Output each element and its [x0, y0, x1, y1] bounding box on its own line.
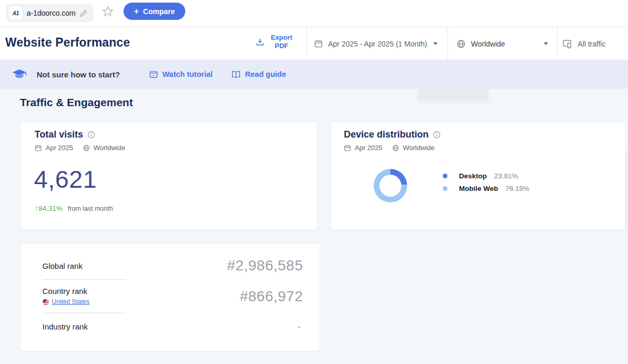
mobile-dot-icon — [443, 186, 447, 191]
divider — [42, 313, 126, 313]
globe-icon — [456, 39, 466, 49]
card-title: Total visits — [35, 129, 83, 140]
read-guide-link[interactable]: Read guide — [231, 70, 286, 79]
us-flag-icon — [42, 299, 49, 305]
info-icon[interactable] — [87, 131, 95, 139]
watch-tutorial-link[interactable]: Watch tutorial — [149, 70, 212, 79]
calendar-icon — [344, 144, 351, 152]
website-performance-page: A1 a-1doorco.com + Compare Website Perfo… — [0, 0, 628, 364]
calendar-icon — [314, 39, 323, 48]
divider — [42, 279, 126, 280]
card-meta: Apr 2025 Worldwide — [344, 144, 434, 152]
domain-chip[interactable]: A1 a-1doorco.com — [6, 4, 93, 22]
region-selector[interactable]: Worldwide — [456, 28, 561, 60]
change-caption: from last month — [68, 205, 113, 212]
globe-icon — [392, 144, 399, 152]
global-rank-value: #2,986,585 — [227, 257, 303, 274]
section-title: Traffic & Engagement — [20, 96, 133, 109]
industry-rank-label: Industry rank — [42, 322, 88, 331]
video-icon — [149, 70, 158, 79]
country-link-row: United States — [42, 298, 89, 305]
total-visits-value: 4,621 — [34, 165, 97, 194]
legend-item-mobile[interactable]: Mobile Web 76.19% — [443, 185, 530, 192]
card-title: Device distribution — [344, 129, 429, 140]
country-rank-value: #866,972 — [240, 288, 303, 305]
traffic-engagement-section: Traffic & Engagement Total visits Apr 20… — [0, 89, 628, 364]
global-rank-label: Global rank — [42, 261, 83, 270]
plus-icon: + — [134, 7, 139, 16]
domain-name: a-1doorco.com — [27, 9, 75, 17]
device-legend: Desktop 23.81% Mobile Web 76.19% — [443, 172, 530, 192]
industry-rank-value: - — [298, 322, 301, 332]
edit-domain-icon[interactable] — [80, 9, 87, 17]
device-donut-chart — [374, 169, 407, 202]
info-icon[interactable] — [433, 131, 441, 139]
graduation-cap-icon — [12, 68, 27, 81]
chevron-down-icon — [433, 42, 438, 45]
device-distribution-card: Device distribution Apr 2025 Worldwide — [330, 121, 626, 230]
book-icon — [231, 70, 241, 79]
page-title: Website Performance — [5, 36, 130, 50]
traffic-filter[interactable]: All traffic — [562, 28, 605, 60]
favorite-star-icon[interactable] — [102, 5, 114, 18]
card-meta: Apr 2025 Worldwide — [35, 144, 125, 152]
arrow-up-icon: ↑ — [35, 204, 39, 212]
devices-icon — [562, 39, 573, 49]
country-rank-label: Country rank — [42, 287, 87, 295]
top-bar: A1 a-1doorco.com + Compare — [0, 0, 628, 27]
calendar-icon — [35, 144, 42, 152]
loading-placeholder — [418, 89, 489, 101]
change-row: ↑84.31% from last month — [35, 204, 113, 212]
donut-hole — [379, 175, 401, 197]
header-divider — [447, 28, 448, 60]
export-pdf-button[interactable]: Export PDF — [255, 33, 295, 51]
compare-button[interactable]: + Compare — [124, 3, 185, 20]
globe-icon — [83, 144, 90, 152]
desktop-dot-icon — [443, 174, 447, 178]
header-divider — [306, 28, 307, 60]
page-header: Website Performance Export PDF Apr 2025 … — [0, 28, 628, 60]
banner-question: Not sure how to start? — [37, 70, 120, 79]
rank-card: Global rank #2,986,585 Country rank Unit… — [20, 243, 320, 351]
date-range-selector[interactable]: Apr 2025 - Apr 2025 (1 Month) — [314, 28, 438, 60]
country-link[interactable]: United States — [52, 298, 89, 305]
site-favicon: A1 — [9, 6, 23, 20]
total-visits-card: Total visits Apr 2025 Worldwide 4,621 ↑8… — [20, 121, 318, 230]
legend-item-desktop[interactable]: Desktop 23.81% — [443, 172, 530, 180]
onboarding-banner: Not sure how to start? Watch tutorial Re… — [0, 60, 628, 89]
download-icon — [255, 37, 265, 47]
chevron-down-icon — [544, 42, 548, 45]
header-divider — [557, 28, 558, 60]
change-value: ↑84.31% — [35, 204, 63, 212]
